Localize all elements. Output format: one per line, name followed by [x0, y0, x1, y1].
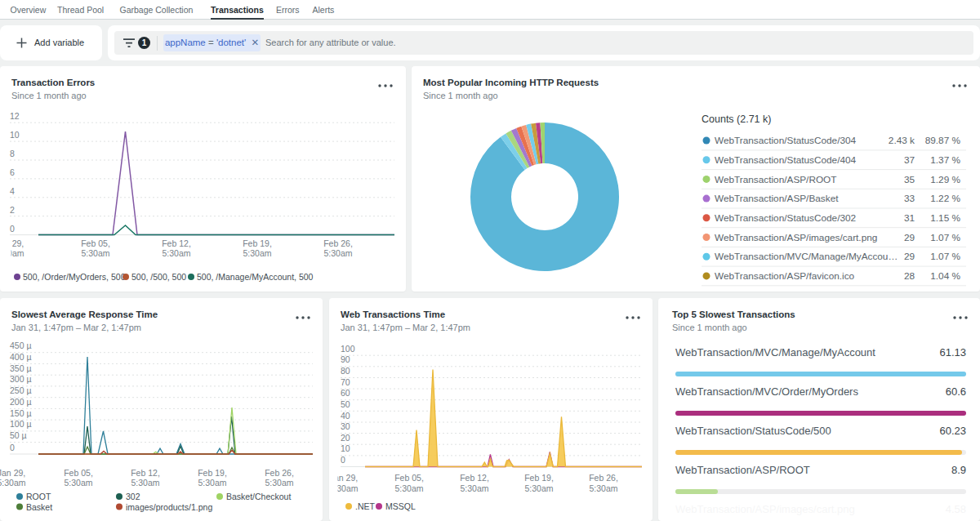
svg-text:Feb 12,: Feb 12, [162, 238, 191, 248]
svg-text:1.04 %: 1.04 % [930, 270, 960, 282]
svg-text:.NET: .NET [355, 501, 376, 511]
svg-text:0: 0 [10, 443, 15, 452]
svg-text:5:30am: 5:30am [524, 483, 553, 493]
svg-text:2: 2 [10, 205, 15, 215]
svg-text:Feb 12,: Feb 12, [131, 468, 160, 478]
svg-text:5:30am: 5:30am [589, 483, 617, 493]
svg-text:WebTransaction/StatusCode/404: WebTransaction/StatusCode/404 [715, 154, 857, 166]
svg-text:12: 12 [10, 111, 20, 121]
svg-text:10: 10 [341, 443, 350, 453]
svg-text:MSSQL: MSSQL [385, 501, 416, 511]
svg-text:1.07 %: 1.07 % [930, 251, 960, 262]
svg-text:33: 33 [904, 193, 915, 204]
svg-text:2.43 k: 2.43 k [889, 135, 915, 146]
svg-text:WebTransaction/MVC/Manage/MyAc: WebTransaction/MVC/Manage/MyAccou… [715, 251, 898, 262]
svg-text:60: 60 [341, 388, 350, 398]
svg-text:WebTransaction/StatusCode/302: WebTransaction/StatusCode/302 [715, 212, 856, 224]
svg-text:100 µ: 100 µ [10, 419, 32, 429]
svg-text:20: 20 [341, 433, 350, 443]
svg-text:0: 0 [10, 224, 15, 234]
svg-text:Feb 26,: Feb 26, [265, 468, 294, 478]
svg-text:450 µ: 450 µ [10, 341, 32, 350]
svg-text:5:30am: 5:30am [198, 478, 226, 488]
svg-text:80: 80 [341, 366, 350, 376]
svg-text:Counts (2.71 k): Counts (2.71 k) [702, 114, 771, 125]
svg-text:100: 100 [341, 344, 355, 354]
svg-text:Feb 05,: Feb 05, [394, 473, 424, 483]
svg-text:50 µ: 50 µ [10, 430, 27, 440]
svg-text:500, /Manage/MyAccount, 500: 500, /Manage/MyAccount, 500 [197, 272, 314, 282]
svg-text:Feb 19,: Feb 19, [198, 468, 227, 478]
svg-text:500, /Order/MyOrders, 500: 500, /Order/MyOrders, 500 [23, 272, 126, 282]
svg-text:1.22 %: 1.22 % [930, 193, 960, 204]
svg-text:5:30am: 5:30am [265, 478, 293, 488]
svg-text:5:30am: 5:30am [394, 483, 423, 493]
svg-text:Basket: Basket [26, 502, 52, 512]
svg-text:30: 30 [341, 421, 350, 431]
svg-text:Jan 29,: Jan 29, [0, 468, 25, 478]
svg-text:10: 10 [10, 130, 20, 140]
svg-text:Feb 19,: Feb 19, [524, 473, 554, 483]
svg-text:400 µ: 400 µ [10, 352, 32, 362]
svg-text:150 µ: 150 µ [10, 408, 32, 418]
svg-text:8: 8 [10, 149, 15, 158]
svg-text:5:30am: 5:30am [162, 248, 190, 258]
svg-text:70: 70 [341, 377, 350, 387]
svg-text:0: 0 [341, 455, 345, 465]
svg-text:WebTransaction/ASP/favicon.ico: WebTransaction/ASP/favicon.ico [715, 270, 855, 282]
svg-text:Feb 26,: Feb 26, [589, 473, 618, 483]
svg-text:WebTransaction/ASP/images/cart: WebTransaction/ASP/images/cart.png [715, 232, 877, 243]
svg-text:Feb 05,: Feb 05, [81, 238, 110, 248]
svg-text:31: 31 [904, 212, 915, 224]
svg-text:40: 40 [341, 411, 350, 421]
svg-text:37: 37 [904, 154, 915, 166]
svg-text:Feb 26,: Feb 26, [323, 238, 353, 248]
svg-text:1.07 %: 1.07 % [930, 232, 960, 243]
svg-text:350 µ: 350 µ [10, 363, 32, 373]
svg-text:28: 28 [904, 270, 915, 282]
svg-text:Feb 05,: Feb 05, [64, 468, 93, 478]
svg-text:250 µ: 250 µ [10, 385, 32, 395]
svg-text:90: 90 [341, 354, 350, 364]
svg-text:1.15 %: 1.15 % [930, 212, 960, 224]
svg-text:302: 302 [126, 492, 140, 501]
svg-text:50: 50 [341, 399, 350, 409]
svg-text:200 µ: 200 µ [10, 397, 32, 407]
svg-text:5:30am: 5:30am [64, 478, 92, 488]
svg-text:WebTransaction/StatusCode/304: WebTransaction/StatusCode/304 [715, 135, 857, 146]
svg-text:Feb 12,: Feb 12, [460, 473, 489, 483]
svg-text:5:30am: 5:30am [0, 478, 26, 488]
svg-text:29: 29 [904, 232, 915, 243]
svg-text:1.37 %: 1.37 % [930, 154, 960, 166]
svg-text:500, /500, 500: 500, /500, 500 [131, 272, 186, 282]
svg-text:5:30am: 5:30am [81, 248, 109, 258]
svg-text:1.29 %: 1.29 % [930, 174, 960, 185]
svg-text:ROOT: ROOT [26, 492, 51, 501]
svg-text:5:30am: 5:30am [131, 478, 159, 488]
svg-text:5:30am: 5:30am [243, 248, 271, 258]
svg-text:WebTransaction/ASP/ROOT: WebTransaction/ASP/ROOT [715, 174, 836, 185]
svg-text:images/products/1.png: images/products/1.png [126, 502, 212, 512]
svg-text:300 µ: 300 µ [10, 374, 32, 384]
svg-text:Basket/Checkout: Basket/Checkout [226, 492, 291, 501]
svg-text:29: 29 [904, 251, 915, 262]
svg-text:6: 6 [10, 167, 15, 177]
svg-text:WebTransaction/ASP/Basket: WebTransaction/ASP/Basket [715, 193, 839, 204]
svg-text:Feb 19,: Feb 19, [243, 238, 272, 248]
svg-text:5:30am: 5:30am [323, 248, 352, 258]
svg-text:89.87 %: 89.87 % [925, 135, 961, 146]
svg-text:35: 35 [904, 174, 915, 185]
svg-text:5:30am: 5:30am [460, 483, 488, 493]
svg-text:4: 4 [10, 186, 15, 196]
